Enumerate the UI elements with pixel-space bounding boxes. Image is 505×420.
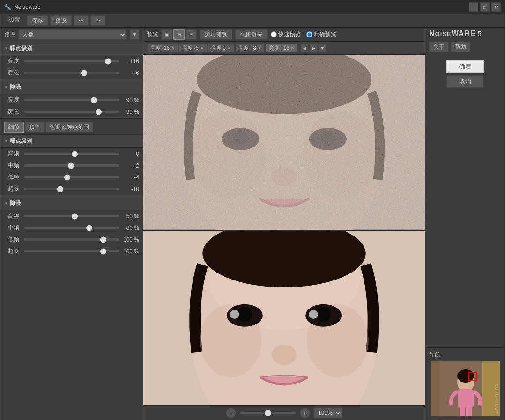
exp-tab-0[interactable]: 亮度 0 ✕ [208,44,234,53]
split-view-btn[interactable]: ⊞ [173,29,185,40]
brightness-slider-1[interactable] [24,58,119,65]
svg-point-25 [309,309,318,318]
minimize-button[interactable]: － [469,2,478,12]
exp-tab-plus8-close[interactable]: ✕ [258,45,261,51]
color-slider-1[interactable] [24,69,119,77]
ultralow-noise-value: -10 [122,186,139,192]
undo-button[interactable]: ↺ [74,15,89,26]
preview-image-clean [143,231,425,406]
tab-frequency[interactable]: 频率 [25,122,45,133]
denoise-title-1: 降噪 [10,83,21,91]
lowfreq-noise-value: -4 [122,174,139,181]
brand-name: NOISEWARE [429,29,476,38]
midfreq-noise-label: 中频 [8,162,21,169]
tab-detail[interactable]: 细节 [4,122,24,133]
ultralow-noise-slider[interactable] [24,185,119,193]
noise-level-section-1[interactable]: ▼ 噪点级别 [0,42,143,55]
titlebar-left: 🔧 Noiseware [4,4,41,10]
preview-area [143,55,425,405]
preview-images [143,55,425,405]
exp-tab-minus8-close[interactable]: ✕ [200,45,204,51]
dropdown-arrow[interactable]: ▼ [130,29,139,40]
fast-preview-label: 快速预览 [278,30,301,38]
right-panel: NOISEWARE 5 关于 帮助 确定 取消 导航 [425,28,505,420]
left-panel: 预设 人像 ▼ ▼ 噪点级别 亮度 +16 [0,28,143,420]
svg-point-22 [238,307,252,321]
ultralow-denoise-value: 100 % [122,248,139,255]
exposure-bracket-button[interactable]: 包围曝光 [235,29,268,40]
color-slider-1-row: 颜色 +6 [0,67,143,79]
single-view-btn[interactable]: ▣ [161,29,172,40]
svg-point-26 [272,345,297,365]
exp-nav-prev[interactable]: ◀ [300,44,309,52]
highfreq-noise-value: 0 [122,151,139,157]
lowfreq-denoise-slider[interactable] [24,236,119,243]
lowfreq-noise-row: 低频 -4 [0,171,143,183]
denoise-brightness-label-1: 亮度 [8,96,21,104]
nav-indicator [468,372,477,381]
brand-header: NOISEWARE 5 [425,28,505,40]
midfreq-denoise-label: 中频 [8,224,21,232]
denoise-brightness-slider-1[interactable] [24,96,119,104]
exp-tab-0-close[interactable]: ✕ [227,45,231,51]
app-icon: 🔧 [4,4,11,10]
denoise-section-1[interactable]: ▼ 降噪 [0,81,143,94]
brightness-slider-1-row: 亮度 +16 [0,55,143,67]
highfreq-noise-slider[interactable] [24,150,119,158]
zoom-in-button[interactable]: + [300,408,310,418]
compare-view-btn[interactable]: ⊟ [186,29,197,40]
lowfreq-denoise-value: 100 % [122,236,139,243]
collapse-icon-1: ▼ [4,46,8,51]
close-button[interactable]: ✕ [491,2,501,12]
denoise-color-slider-1[interactable] [24,108,119,116]
ultralow-denoise-slider[interactable] [24,248,119,255]
collapse-icon-2: ▼ [4,85,8,89]
zoom-thumb[interactable] [265,410,271,416]
fast-preview-radio[interactable]: 快速预览 [271,30,301,38]
add-preview-button[interactable]: 添加预览 [200,29,232,40]
accurate-preview-radio[interactable]: 精确预览 [306,30,336,38]
redo-button[interactable]: ↻ [90,15,105,26]
highfreq-denoise-slider[interactable] [24,213,119,220]
exp-tab-minus8-label: 亮度 -8 [182,44,199,52]
maximize-button[interactable]: □ [480,2,490,12]
cancel-button[interactable]: 取消 [446,75,484,88]
ultralow-noise-row: 超低 -10 [0,183,143,195]
tab-tone-color[interactable]: 色调＆颜色范围 [45,122,93,133]
midfreq-noise-slider[interactable] [24,162,119,169]
preset-button[interactable]: 预设 [50,15,72,26]
help-button[interactable]: 帮助 [451,42,470,52]
app-title: Noiseware [14,4,41,10]
svg-rect-32 [458,389,474,408]
denoise-brightness-1-row: 亮度 90 % [0,94,143,106]
exp-tab-minus8[interactable]: 亮度 -8 ✕ [179,44,207,53]
color-label-1: 颜色 [8,69,21,77]
preset-row: 预设 人像 ▼ [0,28,143,42]
exp-nav-menu[interactable]: ▼ [318,44,327,52]
confirm-button[interactable]: 确定 [446,60,484,73]
zoom-slider[interactable] [240,412,296,414]
save-button[interactable]: 保存 [27,15,48,26]
exp-tab-plus16-close[interactable]: ✕ [290,45,294,51]
settings-menu[interactable]: 设置 [4,15,25,25]
exp-tab-minus16[interactable]: 亮度 -16 ✕ [147,44,178,53]
zoom-level-select[interactable]: 100% [314,408,342,418]
lowfreq-noise-slider[interactable] [24,174,119,181]
action-buttons: 确定 取消 [425,54,505,94]
exp-tab-minus16-close[interactable]: ✕ [171,45,175,51]
exp-tab-plus8[interactable]: 亮度 +8 ✕ [235,44,265,53]
denoise-color-label-1: 颜色 [8,108,21,116]
nav-watermark: XURISN.COM [493,383,500,416]
exp-nav-next[interactable]: ▶ [309,44,318,52]
exp-tab-plus16[interactable]: 亮度 +16 ✕ [266,44,298,53]
preset-select[interactable]: 人像 [18,29,127,40]
denoise-section-2[interactable]: ▼ 降噪 [0,197,143,210]
noise-level-section-2[interactable]: ▼ 噪点级别 [0,135,143,148]
color-value-1: +6 [122,70,139,76]
midfreq-denoise-slider[interactable] [24,224,119,232]
exposure-nav: ◀ ▶ ▼ [300,44,327,52]
zoom-out-button[interactable]: − [226,408,236,418]
svg-rect-13 [143,55,425,230]
about-button[interactable]: 关于 [429,42,449,52]
svg-point-23 [316,307,331,321]
